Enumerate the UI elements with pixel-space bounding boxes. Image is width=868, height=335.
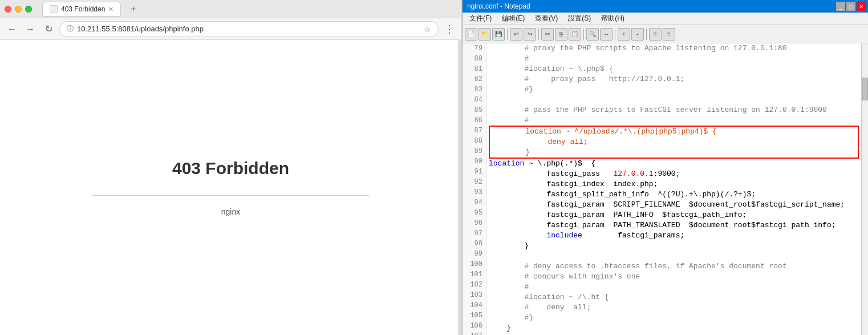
code-line: fastcgi_pass 127.0.0.1:9000; [489, 169, 859, 179]
line-number: 96 [463, 218, 486, 228]
notepad-body[interactable]: 7980818283848586878889909192939495969798… [463, 43, 868, 335]
highlight-box: location ~ ^/uploads/.*\.(php|php5|php4)… [489, 126, 859, 159]
scrollbar-thumb[interactable] [862, 78, 868, 100]
code-line: # deny all; [489, 302, 859, 313]
line-numbers: 7980818283848586878889909192939495969798… [463, 43, 486, 335]
notepad-maximize-button[interactable]: □ [846, 2, 855, 11]
code-line: # proxy_pass http://127.0.0.1; [489, 74, 859, 84]
code-line: deny all; [490, 137, 858, 147]
toolbar-zoom-in[interactable]: + [618, 28, 630, 41]
toolbar-redo[interactable]: ↪ [524, 28, 536, 41]
code-line: fastcgi_index index.php; [489, 179, 859, 189]
line-number: 100 [463, 259, 486, 269]
code-line: # [489, 54, 859, 64]
notepad-toolbar: 📄 📁 💾 ↩ ↪ ✂ ⎘ 📋 🔍 ↔ + - ≡ ≡ [463, 25, 868, 43]
code-line: #location ~ /\.ht { [489, 292, 859, 302]
line-number: 105 [463, 310, 486, 321]
minimize-button[interactable] [15, 6, 22, 13]
server-name: nginx [221, 207, 240, 216]
tab-title: 403 Forbidden [61, 5, 105, 13]
line-number: 107 [463, 331, 486, 335]
code-line: location ~ \.php(.*)$ { [489, 159, 859, 169]
tab-close-button[interactable]: × [108, 5, 113, 13]
line-number: 93 [463, 187, 486, 197]
code-line: # deny access to .htaccess files, if Apa… [489, 261, 859, 272]
code-line: # [489, 115, 859, 126]
code-line: #} [489, 84, 859, 95]
browser-toolbar: ← → ↻ ⓘ 10.211.55.5:8081/uploads/phpinfo… [0, 18, 461, 40]
line-number: 87 [463, 126, 486, 136]
code-line: # concurs with nginx's one [489, 272, 859, 282]
line-number: 83 [463, 84, 486, 95]
toolbar-separator-1 [507, 29, 508, 40]
line-number: 88 [463, 136, 486, 146]
menu-help[interactable]: 帮助(H) [597, 13, 629, 25]
error-title: 403 Forbidden [172, 159, 289, 178]
toolbar-separator-2 [538, 29, 539, 40]
code-line: } [489, 241, 859, 251]
code-line [489, 95, 859, 105]
line-number: 89 [463, 146, 486, 156]
toolbar-find[interactable]: 🔍 [586, 28, 599, 41]
tab-favicon [50, 5, 58, 13]
reload-button[interactable]: ↻ [41, 22, 56, 37]
line-number: 79 [463, 43, 486, 54]
toolbar-extra1[interactable]: ≡ [649, 28, 662, 41]
code-line: #location ~ \.php$ { [489, 64, 859, 74]
bookmark-icon[interactable]: ☆ [424, 25, 431, 34]
line-number: 95 [463, 208, 486, 218]
new-tab-button[interactable]: + [127, 2, 140, 16]
line-number: 86 [463, 115, 486, 126]
menu-view[interactable]: 查看(V) [530, 13, 562, 25]
code-line: # [489, 282, 859, 292]
address-bar[interactable]: ⓘ 10.211.55.5:8081/uploads/phpinfo.php ☆ [59, 21, 439, 37]
toolbar-paste[interactable]: 📋 [569, 28, 581, 41]
toolbar-undo[interactable]: ↩ [510, 28, 522, 41]
toolbar-separator-3 [583, 29, 584, 40]
line-number: 82 [463, 74, 486, 84]
menu-settings[interactable]: 設置(S) [563, 13, 595, 25]
toolbar-open[interactable]: 📁 [478, 28, 491, 41]
code-line: fastcgi_split_path_info ^((?U).+\.php)(/… [489, 189, 859, 200]
code-line: } [489, 323, 859, 333]
resize-handle[interactable] [458, 40, 461, 335]
line-number: 91 [463, 167, 486, 177]
code-content[interactable]: # proxy the PHP scripts to Apache listen… [486, 43, 861, 335]
scrollbar-vertical[interactable] [861, 43, 868, 335]
toolbar-new[interactable]: 📄 [465, 28, 477, 41]
code-line: fastcgi_param PATH_INFO $fastcgi_path_in… [489, 210, 859, 220]
notepad-minimize-button[interactable]: _ [836, 2, 845, 11]
toolbar-save[interactable]: 💾 [492, 28, 505, 41]
notepad-close-button[interactable]: ✕ [857, 2, 866, 11]
line-number: 90 [463, 156, 486, 167]
code-line: # pass the PHP scripts to FastCGI server… [489, 105, 859, 115]
back-button[interactable]: ← [5, 22, 19, 37]
maximize-button[interactable] [25, 6, 32, 13]
toolbar-cut[interactable]: ✂ [541, 28, 554, 41]
code-line: includee fastcgi_params; [489, 231, 859, 241]
line-number: 85 [463, 105, 486, 115]
browser-tab[interactable]: 403 Forbidden × [42, 2, 121, 17]
code-line: fastcgi_param SCRIPT_FILENAME $document_… [489, 200, 859, 210]
notepad-panel: nginx.conf - Notepad _ □ ✕ 文件(F) 編輯(E) 查… [462, 0, 868, 335]
code-line: # proxy the PHP scripts to Apache listen… [489, 43, 859, 54]
toolbar-copy[interactable]: ⎘ [555, 28, 567, 41]
toolbar-replace[interactable]: ↔ [600, 28, 613, 41]
notepad-menubar: 文件(F) 編輯(E) 查看(V) 設置(S) 帮助(H) [463, 13, 868, 25]
code-line: fastcgi_param PATH_TRANSLATED $document_… [489, 220, 859, 231]
toolbar-zoom-out[interactable]: - [631, 28, 644, 41]
line-number: 98 [463, 239, 486, 249]
toolbar-separator-4 [615, 29, 615, 40]
toolbar-extra2[interactable]: ≡ [663, 28, 675, 41]
line-number: 103 [463, 290, 486, 300]
browser-titlebar: 403 Forbidden × + [0, 0, 461, 18]
forward-button[interactable]: → [23, 22, 38, 37]
line-number: 84 [463, 95, 486, 105]
notepad-title: nginx.conf - Notepad [465, 2, 835, 10]
browser-menu-button[interactable]: ⋮ [442, 22, 457, 37]
browser-content: 403 Forbidden nginx [0, 40, 461, 335]
line-number: 102 [463, 280, 486, 290]
menu-edit[interactable]: 編輯(E) [497, 13, 529, 25]
menu-file[interactable]: 文件(F) [465, 13, 496, 25]
close-button[interactable] [5, 6, 11, 13]
